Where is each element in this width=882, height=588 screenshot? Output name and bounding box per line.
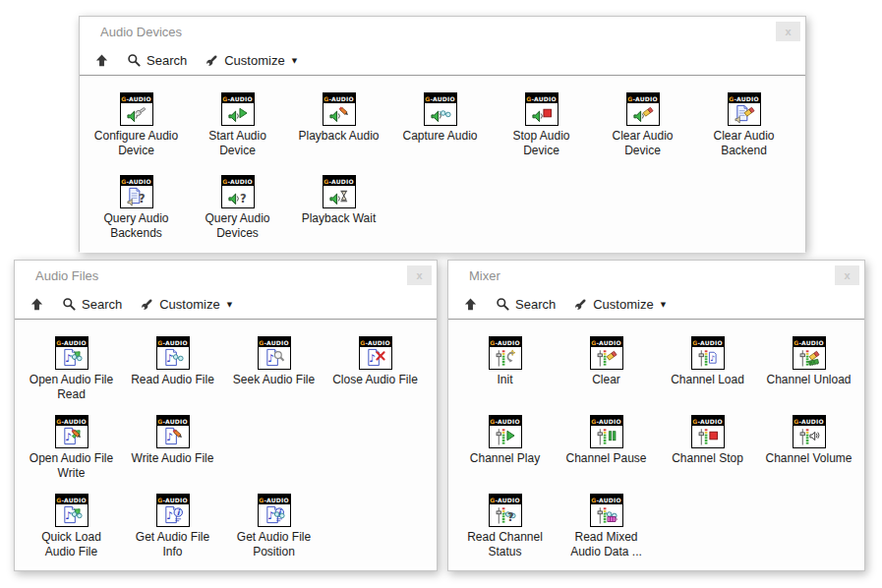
read-mixed-audio-data-icon: G-AUDIO	[590, 494, 623, 527]
toolbar: Search Customize ▼	[80, 46, 805, 76]
close-button[interactable]: x	[835, 265, 859, 285]
stop-audio-device-icon: G-AUDIO	[525, 92, 559, 126]
palette-item-label: Capture Audio	[402, 129, 477, 144]
channel-stop-glyph	[692, 426, 724, 446]
g-audio-banner: G-AUDIO	[627, 93, 659, 103]
palette-item-channel-play[interactable]: G-AUDIOChannel Play	[454, 410, 556, 466]
search-button[interactable]: Search	[496, 297, 556, 312]
palette-row: G-AUDIOInitG-AUDIOClearG-AUDIO♪Channel L…	[454, 331, 864, 410]
palette-item-label: Seek Audio File	[233, 373, 315, 387]
capture-audio-glyph	[425, 103, 456, 124]
search-label: Search	[515, 297, 556, 312]
g-audio-banner: G-AUDIO	[729, 93, 760, 103]
palette-item-label: Query Audio Backends	[91, 211, 182, 242]
search-button[interactable]: Search	[62, 297, 122, 312]
palette-item-channel-load[interactable]: G-AUDIO♪Channel Load	[657, 331, 758, 387]
close-button[interactable]: x	[407, 265, 432, 285]
up-level-button[interactable]	[29, 297, 44, 312]
toolbar: Search Customize ▼	[448, 290, 864, 320]
svg-text:♪: ♪	[65, 431, 72, 442]
svg-text:♪: ♪	[710, 354, 715, 363]
channel-unload-icon: G-AUDIO	[793, 336, 826, 370]
palette-item-capture-audio[interactable]: G-AUDIOCapture Audio	[389, 88, 491, 144]
palette-item-query-audio-backends[interactable]: G-AUDIO?Query Audio Backends	[86, 170, 187, 242]
search-icon	[496, 297, 510, 312]
up-level-button[interactable]	[94, 53, 109, 68]
customize-label: Customize	[593, 297, 653, 312]
palette-item-label: Read Audio File	[131, 373, 214, 387]
query-audio-devices-glyph: ?	[222, 186, 254, 206]
palette-item-start-audio-device[interactable]: G-AUDIOStart Audio Device	[187, 88, 288, 159]
palette-row: G-AUDIO♪Open Audio File ReadG-AUDIO♪Read…	[21, 331, 437, 410]
palette-item-write-audio-file[interactable]: G-AUDIO♪Write Audio File	[122, 410, 223, 466]
search-label: Search	[147, 53, 187, 68]
palette-item-clear-audio-device[interactable]: G-AUDIOClear Audio Device	[592, 88, 693, 159]
up-level-button[interactable]	[463, 297, 478, 312]
customize-button[interactable]: Customize ▼	[140, 297, 232, 312]
palette-item-clear[interactable]: G-AUDIOClear	[556, 331, 657, 387]
palette-item-read-channel-status[interactable]: G-AUDIO?Read Channel Status	[454, 489, 556, 560]
open-audio-file-read-icon: G-AUDIO♪	[55, 336, 88, 370]
channel-volume-glyph	[794, 426, 825, 446]
palette-item-label: Channel Pause	[565, 451, 646, 466]
palette-item-label: Configure Audio Device	[91, 129, 182, 159]
palette-item-label: Write Audio File	[132, 451, 214, 466]
stop-audio-device-glyph	[526, 103, 558, 124]
g-audio-banner: G-AUDIO	[259, 337, 290, 347]
svg-text:♪: ♪	[267, 509, 274, 521]
palette-item-read-mixed-audio-data[interactable]: G-AUDIORead Mixed Audio Data ...	[556, 489, 657, 560]
clear-audio-backend-icon: G-AUDIO	[728, 92, 761, 126]
palette-item-read-audio-file[interactable]: G-AUDIO♪Read Audio File	[122, 331, 223, 387]
palette-item-query-audio-devices[interactable]: G-AUDIO?Query Audio Devices	[187, 170, 288, 242]
palette-item-playback-wait[interactable]: G-AUDIOPlayback Wait	[288, 170, 389, 226]
palette-item-channel-unload[interactable]: G-AUDIOChannel Unload	[758, 331, 859, 387]
palette-item-channel-volume[interactable]: G-AUDIOChannel Volume	[758, 410, 859, 466]
palette-item-open-audio-file-read[interactable]: G-AUDIO♪Open Audio File Read	[21, 331, 122, 403]
palette-row: G-AUDIO♪Open Audio File WriteG-AUDIO♪Wri…	[21, 410, 437, 489]
read-channel-status-glyph: ?	[490, 504, 521, 525]
g-audio-banner: G-AUDIO	[360, 337, 391, 347]
close-button[interactable]: x	[776, 22, 800, 41]
customize-label: Customize	[224, 53, 284, 68]
palette-item-label: Open Audio File Read	[27, 373, 117, 403]
seek-audio-file-glyph: ♪	[259, 347, 290, 368]
customize-button[interactable]: Customize ▼	[205, 53, 297, 68]
g-audio-banner: G-AUDIO	[794, 416, 825, 426]
palette-item-label: Playback Audio	[298, 129, 379, 144]
search-button[interactable]: Search	[127, 53, 187, 68]
g-audio-banner: G-AUDIO	[490, 495, 521, 504]
palette-item-seek-audio-file[interactable]: G-AUDIO♪Seek Audio File	[223, 331, 324, 387]
close-audio-file-glyph: ♪	[360, 347, 391, 368]
read-channel-status-icon: G-AUDIO?	[489, 494, 522, 527]
palette-item-label: Get Audio File Position	[229, 530, 320, 560]
palette-item-playback-audio[interactable]: G-AUDIOPlayback Audio	[288, 88, 389, 144]
palette-item-clear-audio-backend[interactable]: G-AUDIOClear Audio Backend	[693, 88, 794, 159]
init-icon: G-AUDIO	[489, 336, 522, 370]
palette-item-label: Playback Wait	[302, 211, 377, 226]
palette-item-stop-audio-device[interactable]: G-AUDIOStop Audio Device	[491, 88, 592, 159]
g-audio-banner: G-AUDIO	[121, 176, 152, 186]
get-audio-file-position-icon: G-AUDIO♪i	[258, 494, 291, 527]
palette-item-channel-stop[interactable]: G-AUDIOChannel Stop	[657, 410, 758, 466]
palette-item-open-audio-file-write[interactable]: G-AUDIO♪Open Audio File Write	[21, 410, 122, 482]
palette-item-init[interactable]: G-AUDIOInit	[454, 331, 556, 387]
palette-item-get-audio-file-info[interactable]: G-AUDIO♪iGet Audio File Info	[122, 489, 223, 560]
palette-item-quick-load-audio-file[interactable]: G-AUDIO♪Quick Load Audio File	[21, 489, 122, 560]
wrench-icon	[140, 297, 154, 312]
titlebar: Mixer x	[448, 261, 864, 290]
query-audio-devices-icon: G-AUDIO?	[221, 175, 255, 208]
g-audio-banner: G-AUDIO	[692, 416, 724, 426]
palette-item-get-audio-file-position[interactable]: G-AUDIO♪iGet Audio File Position	[223, 489, 324, 560]
configure-audio-device-icon: G-AUDIO	[120, 92, 153, 126]
svg-text:?: ?	[239, 192, 246, 206]
customize-button[interactable]: Customize ▼	[573, 297, 666, 312]
palette-item-label: Clear Audio Device	[598, 129, 688, 159]
g-audio-banner: G-AUDIO	[259, 495, 290, 504]
palette-item-close-audio-file[interactable]: G-AUDIO♪Close Audio File	[324, 331, 426, 387]
close-audio-file-icon: G-AUDIO♪	[359, 336, 392, 370]
palette-item-configure-audio-device[interactable]: G-AUDIOConfigure Audio Device	[86, 88, 187, 159]
g-audio-banner: G-AUDIO	[490, 337, 521, 347]
seek-audio-file-icon: G-AUDIO♪	[258, 336, 291, 370]
palette-row: G-AUDIO?Read Channel StatusG-AUDIORead M…	[454, 489, 864, 567]
palette-item-channel-pause[interactable]: G-AUDIOChannel Pause	[556, 410, 657, 466]
